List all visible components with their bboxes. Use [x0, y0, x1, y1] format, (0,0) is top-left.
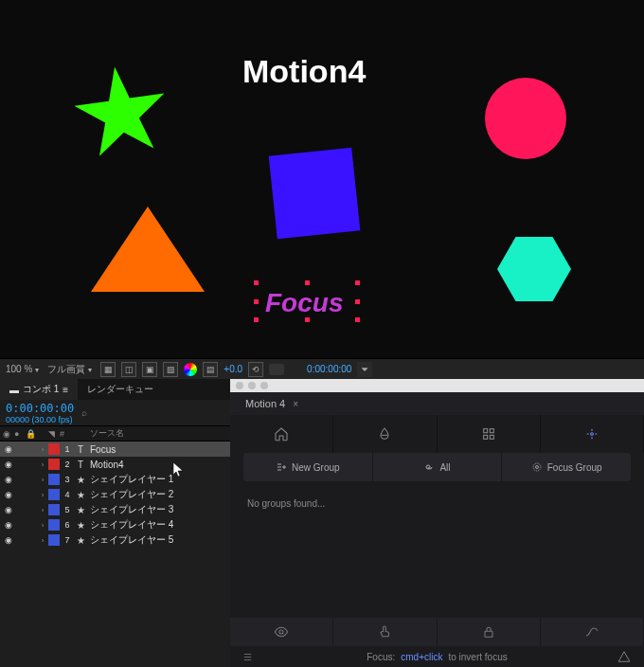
twirl-icon[interactable]: › — [37, 536, 48, 545]
composition-viewer[interactable]: Motion4 Focus — [0, 0, 644, 358]
traffic-light-minimize[interactable] — [248, 382, 256, 389]
footer-lock-button[interactable] — [438, 618, 541, 646]
twirl-icon[interactable]: › — [37, 506, 48, 514]
visibility-toggle[interactable]: ◉ — [3, 505, 14, 514]
layer-name[interactable]: シェイプレイヤー 2 — [86, 488, 227, 501]
timecode-menu-button[interactable]: ⏷ — [357, 362, 372, 377]
label-color-swatch[interactable] — [48, 534, 60, 546]
layer-row[interactable]: ◉›2TMotion4 — [0, 457, 230, 472]
exposure-value[interactable]: +0.0 — [224, 364, 242, 374]
new-group-button[interactable]: New Group — [243, 453, 373, 481]
comp-icon: ▬ — [9, 385, 19, 395]
close-tab-icon[interactable]: × — [293, 399, 298, 409]
all-groups-button[interactable]: All — [373, 453, 503, 481]
svg-point-7 — [279, 630, 283, 634]
hint-bar: ☰ Focus: cmd+click to invert focus — [230, 646, 644, 667]
nav-water-button[interactable] — [333, 415, 437, 453]
visibility-toggle[interactable]: ◉ — [3, 490, 14, 499]
svg-point-6 — [533, 463, 541, 471]
quality-dropdown[interactable]: フル画質▾ — [47, 363, 95, 376]
mask-toggle-button[interactable]: ◫ — [121, 362, 136, 377]
snapshot-button[interactable] — [269, 364, 284, 375]
label-color-swatch[interactable] — [48, 443, 60, 455]
traffic-light-close[interactable] — [236, 382, 243, 389]
shape-star[interactable] — [68, 61, 175, 168]
layer-type-icon: T — [75, 444, 86, 455]
label-color-swatch[interactable] — [48, 504, 60, 515]
layer-row[interactable]: ◉›1TFocus — [0, 442, 230, 457]
layer-row[interactable]: ◉›5★シェイプレイヤー 3 — [0, 502, 230, 517]
infinity-icon — [423, 461, 435, 473]
svg-point-4 — [591, 433, 594, 436]
nav-home-button[interactable] — [230, 415, 333, 453]
visibility-toggle[interactable]: ◉ — [3, 475, 14, 484]
layer-name[interactable]: シェイプレイヤー 5 — [86, 533, 227, 547]
transparency-toggle-button[interactable]: ▧ — [163, 362, 178, 377]
solo-column-icon[interactable]: ● — [14, 429, 26, 439]
tab-comp1[interactable]: ▬コンポ 1≡ — [0, 379, 78, 400]
svg-rect-3 — [490, 435, 493, 439]
tab-render-queue[interactable]: レンダーキュー — [78, 379, 163, 400]
layer-name[interactable]: Focus — [86, 444, 227, 455]
layer-name[interactable]: シェイプレイヤー 4 — [86, 518, 227, 532]
text-layer-motion4[interactable]: Motion4 — [242, 53, 366, 90]
twirl-icon[interactable]: › — [37, 460, 48, 469]
layer-type-icon: ★ — [75, 535, 86, 546]
eye-column-icon[interactable]: ◉ — [3, 429, 14, 439]
source-column-header[interactable]: ソース名 — [86, 427, 227, 440]
twirl-icon[interactable]: › — [37, 521, 48, 530]
target-icon — [531, 461, 543, 473]
visibility-toggle[interactable]: ◉ — [3, 444, 14, 454]
twirl-icon[interactable]: › — [37, 491, 48, 499]
list-icon[interactable]: ☰ — [243, 652, 252, 662]
label-column-icon[interactable]: ◥ — [48, 429, 60, 439]
layer-row[interactable]: ◉›6★シェイプレイヤー 4 — [0, 517, 230, 532]
layer-search-input[interactable]: ⌕ — [81, 407, 87, 418]
zoom-dropdown[interactable]: 100 %▾ — [6, 364, 42, 374]
label-color-swatch[interactable] — [48, 459, 60, 470]
focus-group-button[interactable]: Focus Group — [502, 453, 631, 481]
current-timecode[interactable]: 0:00:00:00 — [6, 402, 74, 415]
footer-curve-button[interactable] — [541, 618, 644, 646]
layer-row[interactable]: ◉›3★シェイプレイヤー 1 — [0, 472, 230, 487]
shape-hexagon[interactable] — [497, 237, 571, 301]
layer-type-icon: ★ — [75, 520, 86, 531]
traffic-light-zoom[interactable] — [260, 382, 268, 389]
channel-button[interactable]: ▤ — [203, 362, 218, 377]
visibility-toggle[interactable]: ◉ — [3, 535, 14, 545]
footer-touch-button[interactable] — [333, 618, 437, 646]
shape-circle[interactable] — [485, 78, 566, 159]
svg-rect-2 — [483, 435, 487, 439]
chevron-down-icon: ▾ — [88, 366, 92, 374]
label-color-swatch[interactable] — [48, 474, 60, 485]
visibility-toggle[interactable]: ◉ — [3, 460, 14, 469]
color-management-icon[interactable] — [184, 363, 197, 376]
layer-name[interactable]: Motion4 — [86, 460, 227, 470]
preview-timecode[interactable]: 0:00:00:00 — [307, 364, 351, 374]
warning-icon[interactable] — [617, 650, 631, 663]
twirl-icon[interactable]: › — [37, 445, 48, 454]
layer-type-icon: ★ — [75, 490, 86, 500]
layer-row[interactable]: ◉›7★シェイプレイヤー 5 — [0, 532, 230, 548]
layer-name[interactable]: シェイプレイヤー 3 — [86, 503, 227, 516]
twirl-icon[interactable]: › — [37, 476, 48, 484]
shape-triangle[interactable] — [91, 207, 205, 292]
label-color-swatch[interactable] — [48, 519, 60, 531]
roi-button[interactable]: ▣ — [142, 362, 157, 377]
layer-row[interactable]: ◉›4★シェイプレイヤー 2 — [0, 487, 230, 502]
shape-square[interactable] — [269, 148, 361, 240]
nav-grid-button[interactable] — [438, 415, 541, 453]
layer-index: 2 — [60, 460, 75, 469]
footer-visibility-button[interactable] — [230, 618, 333, 646]
grid-toggle-button[interactable]: ▦ — [100, 362, 116, 377]
selection-bounding-box[interactable] — [256, 282, 358, 320]
lock-column-icon[interactable]: 🔒 — [26, 429, 37, 439]
visibility-toggle[interactable]: ◉ — [3, 520, 14, 530]
reset-exposure-button[interactable]: ⟲ — [248, 362, 263, 377]
plugin-tab-motion4[interactable]: Motion 4 — [238, 395, 293, 412]
svg-rect-1 — [490, 429, 493, 433]
nav-focus-button[interactable] — [541, 415, 644, 453]
label-color-swatch[interactable] — [48, 489, 60, 500]
window-titlebar[interactable] — [230, 379, 644, 392]
layer-name[interactable]: シェイプレイヤー 1 — [86, 473, 227, 486]
